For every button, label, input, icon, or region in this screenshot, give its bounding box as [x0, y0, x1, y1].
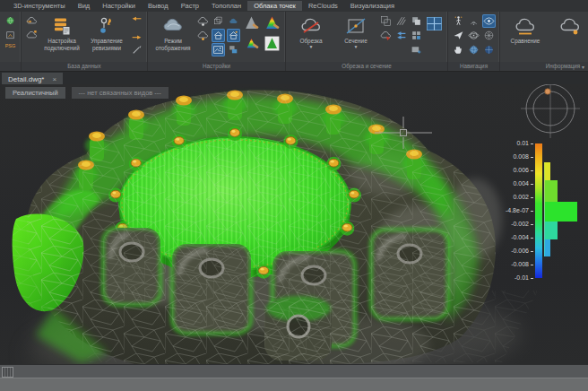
hatch-icon[interactable]	[394, 14, 408, 28]
arrows-blue-icon[interactable]	[394, 29, 408, 42]
picture-icon[interactable]	[212, 43, 225, 56]
menu-item-топоплан[interactable]: Топоплан	[205, 1, 247, 11]
ribbon-group-edge: PSG	[0, 12, 22, 71]
plane-icon[interactable]	[452, 29, 465, 42]
cloud-dot-button[interactable]	[549, 13, 588, 38]
arrow-out-icon[interactable]	[130, 29, 143, 42]
legend-tick-label: -0.004	[493, 234, 529, 241]
legend-histogram-bar	[545, 180, 558, 201]
revisions-icon	[96, 14, 117, 38]
legend-tick-label: -0.006	[493, 248, 529, 255]
ribbon-group-label: Навигация	[448, 62, 499, 71]
tree-rainbow-sm-icon[interactable]	[242, 34, 261, 53]
cloud-mini-icon[interactable]	[227, 14, 240, 28]
legend-tick-label: 0.004	[493, 180, 529, 187]
ribbon-group-label	[0, 62, 21, 71]
section-icon	[345, 14, 367, 38]
compare-button[interactable]: Сравнение	[504, 13, 547, 45]
sphere-blue-icon[interactable]	[467, 43, 480, 56]
ribbon-group-база-данных: Настройка подключенийУправление ревизиям…	[22, 12, 148, 71]
psg-icon[interactable]	[4, 29, 17, 42]
mesh-ball-icon[interactable]	[482, 29, 496, 42]
ribbon-toolbar: PSGНастройка подключенийУправление ревиз…	[0, 12, 588, 72]
window-blue-icon[interactable]	[425, 14, 444, 33]
viewport[interactable]: Реалистичный --- нет связанных видов ---…	[0, 84, 588, 364]
legend-histogram-bar	[545, 202, 577, 222]
ribbon-group-обрезка-и-сечение: Обрезка▼Сечение▼Обрезка и сечение	[286, 12, 448, 71]
ribbon-group-label: Обрезка и сечение	[286, 62, 447, 71]
deviation-legend: 0.010.0080.0060.0040.002-4.8e-07-0.002-0…	[493, 140, 586, 289]
document-tab[interactable]: Detail.dwg* ×	[2, 73, 63, 85]
sphere-navy-icon[interactable]	[482, 43, 496, 56]
legend-tick-label: -4.8e-07	[493, 207, 529, 214]
cube-icon[interactable]	[212, 14, 225, 28]
legend-colorbar	[535, 143, 542, 278]
section-button[interactable]: Сечение▼	[334, 13, 377, 48]
menu-item-reclouds[interactable]: ReClouds	[302, 1, 344, 11]
menu-item-настройки[interactable]: Настройки	[96, 1, 142, 11]
menu-item-вид[interactable]: Вид	[72, 1, 97, 11]
image-plus-icon[interactable]	[410, 43, 423, 56]
tree-gray-icon[interactable]	[242, 14, 261, 33]
house-icon[interactable]	[212, 29, 225, 42]
revisions-button[interactable]: Управление ревизиями	[85, 13, 128, 51]
legend-tick-label: -0.01	[493, 274, 529, 282]
chevron-down-icon: ▼	[354, 45, 359, 48]
close-icon[interactable]: ×	[52, 75, 56, 83]
menu-item-вывод[interactable]: Вывод	[142, 1, 175, 11]
squares-icon[interactable]	[379, 14, 393, 28]
legend-tick-label: -0.008	[493, 261, 529, 268]
legend-tick-label: 0.002	[493, 194, 529, 201]
cloud-link-icon[interactable]	[25, 29, 39, 42]
ribbon-group-label: База данных	[22, 62, 147, 71]
copy-icon[interactable]	[410, 14, 423, 28]
ribbon-group-информация: Сравнение??RDИнформация	[500, 12, 588, 71]
clip-button[interactable]: Обрезка▼	[290, 13, 333, 48]
hand-icon[interactable]	[452, 43, 465, 56]
views-icon[interactable]	[482, 14, 496, 28]
menu-bar: 3D-инструментыВидНастройкиВыводРастрТопо…	[0, 0, 588, 12]
chevron-down-icon: ▼	[309, 45, 314, 48]
grid-icon[interactable]	[410, 29, 423, 42]
arrow-in-icon[interactable]	[130, 14, 143, 28]
document-tab-title: Detail.dwg*	[8, 75, 44, 83]
legend-tick-label: 0.006	[493, 167, 529, 174]
db-connections-icon	[51, 14, 73, 38]
layers-icon[interactable]	[227, 43, 240, 56]
menu-item-облака-точек[interactable]: Облака точек	[247, 1, 302, 11]
house2-icon[interactable]	[227, 29, 240, 42]
display-mode-button[interactable]: Режим отображения	[151, 13, 195, 51]
pencil-icon[interactable]	[130, 43, 143, 56]
cloud-clip-icon[interactable]	[379, 29, 393, 42]
menu-item-визуализация[interactable]: Визуализация	[344, 1, 401, 11]
ribbon-collapse-icon[interactable]: ▾	[582, 64, 584, 70]
legend-histogram-bar	[545, 162, 550, 180]
legend-tick-label: 0.01	[493, 140, 529, 147]
globe-icon[interactable]	[4, 14, 17, 28]
ribbon-group-навигация: Навигация	[448, 12, 500, 71]
cloud-bulb-icon[interactable]	[196, 14, 210, 28]
walk-icon[interactable]	[452, 14, 465, 28]
cloud-bulb-on-icon[interactable]	[196, 29, 210, 42]
legend-histogram-bar	[545, 239, 550, 256]
view-compass-icon	[521, 84, 580, 138]
signal-icon[interactable]	[467, 14, 480, 28]
ribbon-group-label: Информация	[500, 62, 588, 71]
legend-tick-label: -0.002	[493, 221, 529, 228]
display-mode-icon	[162, 14, 184, 38]
document-tab-bar: Detail.dwg* ×	[0, 72, 588, 85]
menu-item-растр[interactable]: Растр	[175, 1, 205, 11]
command-line-bar[interactable]	[0, 364, 588, 378]
cloud-upload-icon[interactable]	[25, 14, 39, 28]
status-bar	[0, 378, 588, 391]
compare-icon	[514, 14, 536, 38]
ribbon-group-label: Настройки	[148, 62, 285, 71]
orbit-icon[interactable]	[467, 29, 480, 42]
db-connections-button[interactable]: Настройка подключений	[40, 13, 83, 51]
tree-rainbow-icon[interactable]	[263, 14, 281, 33]
tree-green-icon[interactable]	[263, 34, 281, 53]
menu-item-3d-инструменты[interactable]: 3D-инструменты	[7, 1, 72, 11]
cloud-dot-icon	[559, 14, 581, 38]
visual-style-badge[interactable]: Реалистичный	[5, 87, 65, 99]
clip-icon	[300, 14, 322, 38]
